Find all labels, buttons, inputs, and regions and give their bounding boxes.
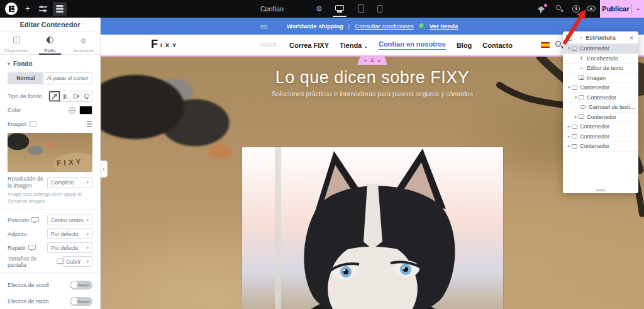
repeat-select[interactable]: Por defecto▾: [47, 242, 92, 253]
nav-item-correa-fixy[interactable]: Correa FIXY: [289, 42, 329, 49]
caret-down-icon[interactable]: ▾: [573, 95, 579, 100]
structure-toggle-button[interactable]: [53, 2, 67, 16]
panel-title: Editar Contenedor: [0, 18, 100, 31]
nav-item-contacto[interactable]: Contacto: [482, 42, 513, 49]
panel-collapse-handle[interactable]: ‹: [101, 160, 108, 177]
responsive-monitor-icon[interactable]: [31, 217, 38, 223]
section-fondo[interactable]: ▾Fondo: [0, 55, 100, 71]
nav-item-confian-en-nosotros[interactable]: Confían en nosotros: [379, 40, 446, 50]
elementor-editor: + Confían en nosot...⌄ ⚙ Publicar ⌄ Edit…: [0, 0, 644, 309]
responsive-monitor-icon[interactable]: [28, 245, 35, 250]
state-hover-button[interactable]: Al pasar el cursor: [43, 73, 92, 84]
thumb-sand-text: FIXY: [57, 157, 84, 167]
resolution-select[interactable]: Completo▾: [47, 177, 92, 188]
caret-down-icon[interactable]: ▾: [566, 46, 572, 51]
elementor-logo-icon[interactable]: [5, 3, 18, 15]
nav-item-tienda[interactable]: Tienda⌄: [340, 42, 368, 49]
caret-right-icon[interactable]: ▸: [566, 143, 572, 149]
device-desktop-icon[interactable]: [335, 4, 345, 13]
global-color-icon[interactable]: [69, 107, 75, 114]
container-icon: [572, 134, 577, 138]
dynamic-images-note: Image size settings don't apply to Dynam…: [8, 191, 92, 205]
background-image-thumbnail[interactable]: FIXY: [8, 133, 92, 172]
gear-icon: ⚙: [80, 37, 87, 45]
store-link[interactable]: Ver tienda: [430, 23, 458, 30]
text-editor-icon: ≡: [579, 65, 584, 71]
publish-label: Publicar: [600, 0, 631, 18]
repeat-label: Repetir: [8, 245, 26, 251]
publish-button[interactable]: Publicar ⌄: [600, 0, 644, 18]
tree-item-contenedor[interactable]: ▸Contenedor: [563, 122, 638, 132]
caret-down-icon: ▾: [8, 61, 10, 67]
resolution-row: Resolución de la imagen Completo▾: [8, 176, 92, 189]
caret-right-icon[interactable]: ▸: [566, 124, 572, 129]
editor-top-bar: + Confían en nosot...⌄ ⚙ Publicar ⌄: [0, 0, 644, 18]
delete-container-icon[interactable]: ×: [378, 57, 380, 65]
container-icon: [572, 144, 577, 149]
structure-title: Estructura: [563, 31, 638, 44]
tree-item-encabezado[interactable]: TEncabezado: [563, 54, 638, 64]
caret-right-icon[interactable]: ▸: [573, 115, 579, 120]
publish-options-chevron-icon[interactable]: ⌄: [636, 0, 641, 18]
close-icon[interactable]: ×: [628, 33, 635, 43]
notification-dot: [544, 4, 547, 7]
display-size-row: Tamaños de pantalla Cubrir▾: [8, 255, 92, 269]
whats-new-icon[interactable]: [538, 4, 547, 13]
scroll-effects-toggle[interactable]: Desact.: [70, 281, 92, 289]
mouse-effects-row: Efectos de ratón Desact.: [8, 293, 92, 309]
tree-item-imagen[interactable]: Imagen: [563, 74, 638, 84]
bg-gradient-icon[interactable]: [60, 91, 70, 101]
scroll-effects-row: Efectos de scroll Desact.: [8, 277, 92, 293]
tree-item-contenedor[interactable]: ▾Contenedor: [563, 44, 638, 54]
image-icon: [579, 76, 584, 80]
attachment-row: Adjunto Por defecto▾: [8, 227, 92, 241]
finder-search-icon[interactable]: [556, 5, 564, 13]
device-mobile-icon[interactable]: [375, 4, 385, 13]
responsive-monitor-icon[interactable]: [57, 259, 62, 264]
mouse-effects-toggle[interactable]: Desact.: [70, 297, 92, 306]
husky-image[interactable]: [242, 147, 503, 309]
conditions-link[interactable]: Consultar condiciones: [355, 23, 413, 30]
bg-slideshow-icon[interactable]: [81, 91, 92, 101]
language-flag-icon[interactable]: [541, 42, 550, 48]
preview-eye-icon[interactable]: [587, 6, 596, 12]
tab-estilo[interactable]: Estilo: [33, 31, 67, 54]
nav-item-blog[interactable]: Blog: [457, 42, 472, 49]
tree-item-contenedor[interactable]: ▸Contenedor: [563, 132, 638, 142]
caret-right-icon[interactable]: ▸: [566, 134, 572, 139]
device-tablet-icon[interactable]: [356, 4, 366, 13]
state-normal-button[interactable]: Normal: [8, 73, 43, 84]
bg-classic-icon[interactable]: [49, 91, 60, 101]
history-icon[interactable]: [572, 5, 580, 13]
tab-disposicion[interactable]: Disposición: [0, 31, 33, 54]
dynamic-tags-icon[interactable]: [87, 121, 92, 127]
tab-avanzado[interactable]: ⚙Avanzado: [67, 31, 100, 54]
container-handle[interactable]: + ⠿ ×: [357, 57, 387, 65]
add-element-icon[interactable]: +: [23, 0, 33, 18]
site-settings-icon[interactable]: [39, 6, 47, 12]
bg-video-icon[interactable]: [70, 91, 81, 101]
mouse-effects-label: Efectos de ratón: [8, 298, 49, 305]
fixy-logo[interactable]: F IXY: [151, 39, 179, 49]
position-row: Posición Centro centro▾: [8, 213, 92, 227]
attachment-select[interactable]: Por defecto▾: [47, 228, 92, 239]
tree-item-editor-de-texto[interactable]: ≡Editor de texto: [563, 64, 638, 74]
tree-item-contenedor[interactable]: ▾Contenedor: [563, 93, 638, 103]
panel-resize-grip[interactable]: [596, 189, 606, 191]
color-swatch[interactable]: [79, 106, 92, 115]
tree-item-contenedor[interactable]: ▾Contenedor: [563, 83, 638, 93]
tree-item-contenedor[interactable]: ▸Contenedor: [563, 142, 638, 152]
page-settings-gear-icon[interactable]: ⚙: [316, 0, 323, 18]
tree-item-contenedor[interactable]: ▸Contenedor: [563, 113, 638, 123]
caret-down-icon[interactable]: ▾: [566, 85, 572, 90]
document-switcher[interactable]: Confían en nosot...⌄: [260, 0, 269, 18]
position-select[interactable]: Centro centro▾: [47, 215, 92, 225]
drag-handle-icon[interactable]: ⠿: [370, 57, 374, 65]
background-type-row: Tipo de fondo: [8, 89, 92, 103]
structure-header: ↔ Estructura ×: [563, 31, 638, 44]
document-name: Confían en nosot...: [260, 0, 284, 53]
tree-item-carrusel-de-testimonios[interactable]: Carrusel de testimonios: [563, 103, 638, 113]
responsive-monitor-icon[interactable]: [29, 121, 35, 127]
display-size-select[interactable]: Cubrir▾: [62, 256, 92, 267]
add-container-icon[interactable]: +: [364, 57, 367, 65]
